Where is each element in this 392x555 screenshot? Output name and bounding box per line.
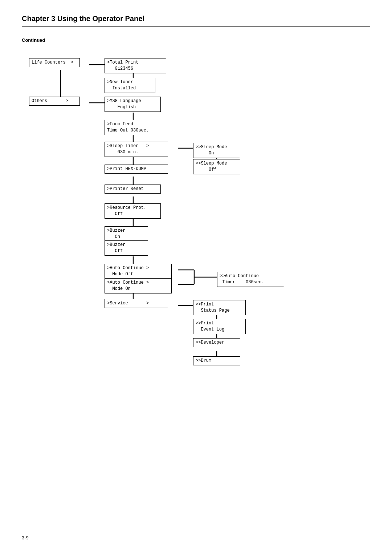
msg-language-box: >MSG Language English [105,97,161,112]
total-print-box: >Total Print 0123456 [105,58,166,73]
diagram-area: Life Counters > Others > >Total Print 01… [22,50,370,395]
chapter-header: Chapter 3 Using the Operator Panel [22,15,370,27]
auto-continue-mode-off-box: >Auto Continue > Mode Off [105,264,172,279]
page: Chapter 3 Using the Operator Panel Conti… [0,0,392,410]
auto-continue-timer-box: >>Auto Continue Timer 030sec. [217,272,284,287]
sleep-mode-on-box: >>Sleep Mode On [193,143,240,158]
continued-label: Continued [22,37,370,43]
chapter-title: Chapter 3 Using the Operator Panel [22,15,144,23]
developer-box: >>Developer [193,338,240,347]
page-number: 3-9 [22,535,29,540]
form-feed-box: >Form Feed Time Out 030sec. [105,120,168,135]
buzzer-off-box: >Buzzer Off [105,240,148,256]
print-event-log-box: >>Print Event Log [193,319,246,334]
new-toner-box: >New Toner Installed [105,78,155,93]
print-status-page-box: >>Print Status Page [193,300,246,315]
sleep-mode-off-box: >>Sleep Mode Off [193,159,240,174]
print-hex-dump-box: >Print HEX-DUMP [105,165,168,174]
resource-prot-box: >Resource Prot. Off [105,203,161,219]
buzzer-on-box: >Buzzer On [105,226,148,242]
drum-box: >>Drum [193,356,240,365]
sleep-timer-box: >Sleep Timer > 030 min. [105,142,168,157]
life-counters-box: Life Counters > [29,58,80,67]
printer-reset-box: >Printer Reset [105,185,161,194]
others-box: Others > [29,97,80,106]
auto-continue-mode-on-box: >Auto Continue > Mode On [105,278,172,293]
service-box: >Service > [105,299,168,308]
